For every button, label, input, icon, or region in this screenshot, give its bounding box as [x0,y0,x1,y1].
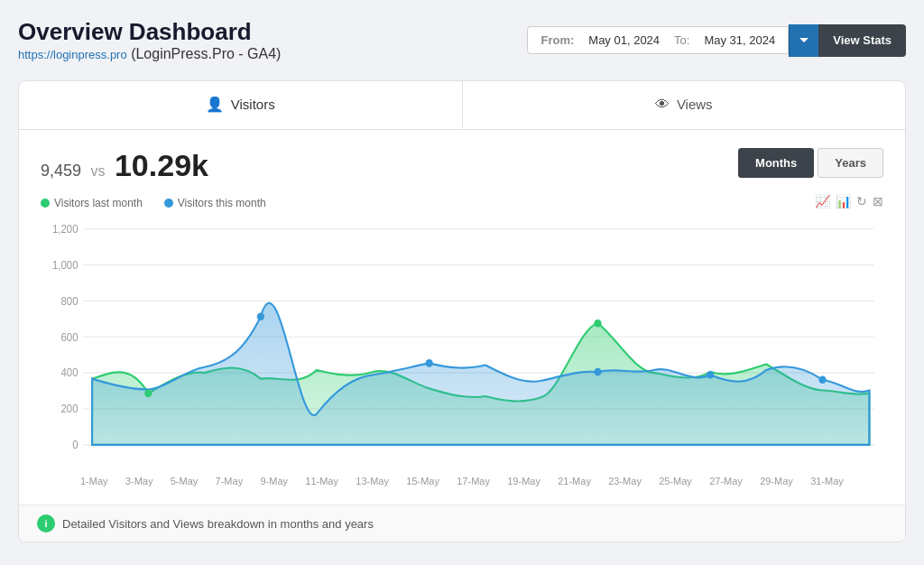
site-link[interactable]: https://loginpress.pro [18,48,127,61]
stats-current: 9,459 [41,162,81,180]
x-label: 5-May [171,476,199,486]
area-chart: 1,200 1,000 800 600 400 200 0 [41,219,883,472]
view-stats-button[interactable]: View Stats [818,24,906,57]
line-chart-icon[interactable]: 📈 [815,194,830,208]
x-label: 25-May [659,476,692,486]
refresh-icon[interactable]: ↻ [856,194,867,208]
x-label: 17-May [457,476,490,486]
svg-point-20 [144,389,152,397]
x-label: 23-May [608,476,642,486]
svg-text:1,000: 1,000 [52,259,79,271]
period-years-button[interactable]: Years [818,148,883,178]
x-label: 21-May [558,476,591,486]
svg-point-16 [594,368,601,376]
x-label: 31-May [810,476,844,486]
date-to-label: To: [674,33,689,47]
info-bar: i Detailed Visitors and Views breakdown … [19,505,905,542]
x-label: 13-May [356,476,389,486]
x-label: 3-May [125,476,153,486]
header-controls: From: May 01, 2024 To: May 31, 2024 View… [527,24,906,57]
x-label: 19-May [507,476,541,486]
table-icon[interactable]: ⊠ [873,194,883,208]
legend-dot-blue [164,199,173,208]
period-buttons: Months Years [738,148,883,178]
stats-vs: vs [91,163,106,179]
site-subtitle: (LoginPress.Pro - GA4) [131,46,281,61]
stats-previous: 10.29k [115,148,208,182]
x-label: 7-May [216,476,244,486]
legend-dot-green [41,199,50,208]
to-date: May 31, 2024 [704,33,775,47]
info-icon: i [37,514,55,533]
svg-text:600: 600 [60,330,79,342]
chart-tools: 📈 📊 ↻ ⊠ [815,194,883,208]
svg-text:200: 200 [60,403,79,414]
period-months-button[interactable]: Months [738,148,814,178]
tab-visitors[interactable]: 👤 Visitors [19,81,463,129]
visitors-icon: 👤 [206,96,224,113]
svg-point-15 [426,359,433,367]
from-date: May 01, 2024 [588,33,660,47]
chart-area: 9,459 vs 10.29k Months Years Visitors la… [19,130,905,505]
x-label: 1-May [80,476,108,486]
legend-last-month-label: Visitors last month [54,197,143,209]
svg-text:400: 400 [60,366,79,378]
main-card: 👤 Visitors 👁 Views 9,459 vs 10.29k Month… [18,80,906,542]
svg-text:1,200: 1,200 [52,223,79,235]
info-text: Detailed Visitors and Views breakdown in… [62,517,374,531]
stats-display: 9,459 vs 10.29k [41,148,208,183]
x-axis-labels: 1-May 3-May 5-May 7-May 9-May 11-May 13-… [41,472,883,486]
tab-bar: 👤 Visitors 👁 Views [19,81,905,130]
chart-header: 9,459 vs 10.29k Months Years [41,148,883,183]
svg-point-18 [818,375,826,384]
x-label: 15-May [406,476,439,486]
views-icon: 👁 [655,97,670,113]
legend-this-month: Visitors this month [164,194,266,212]
tab-visitors-label: Visitors [231,97,275,112]
page-title: Overview Dashboard [18,18,281,46]
tab-views[interactable]: 👁 Views [463,81,906,129]
svg-text:800: 800 [60,295,79,307]
chart-legend: Visitors last month Visitors this month … [41,194,883,212]
tab-views-label: Views [677,97,713,112]
date-range-picker[interactable]: From: May 01, 2024 To: May 31, 2024 [527,26,789,54]
chart-svg-container: 1,200 1,000 800 600 400 200 0 [41,219,883,472]
svg-text:0: 0 [72,439,79,450]
legend-this-month-label: Visitors this month [178,197,266,209]
from-label: From: [541,33,574,47]
legend-last-month: Visitors last month [41,194,143,212]
x-label: 9-May [260,476,288,486]
x-label: 29-May [760,476,793,486]
x-label: 27-May [709,476,743,486]
svg-point-14 [257,312,264,320]
svg-point-17 [707,371,714,379]
svg-point-19 [594,320,601,328]
date-dropdown-button[interactable] [789,24,818,57]
bar-chart-icon[interactable]: 📊 [836,194,851,208]
x-label: 11-May [305,476,338,486]
